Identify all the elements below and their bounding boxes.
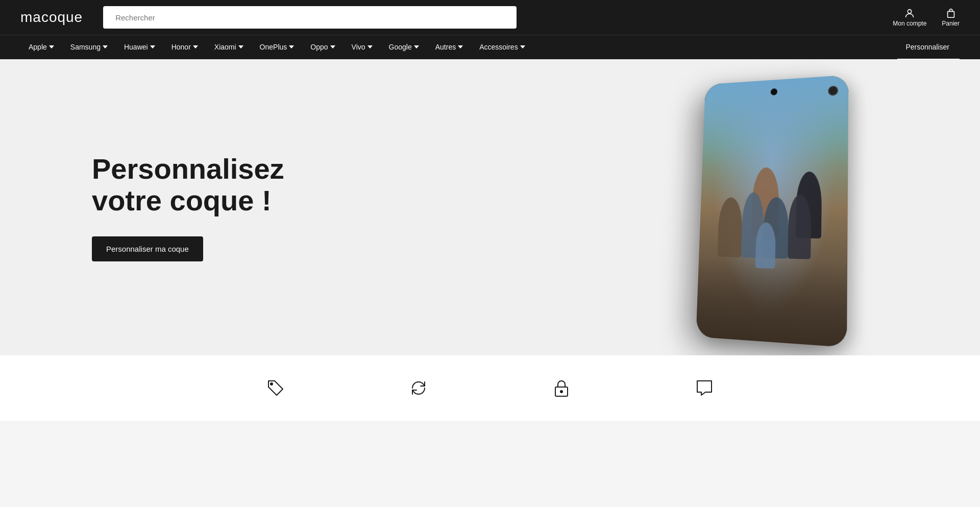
hero-section: Personnalisez votre coque ! Personnalise…: [0, 59, 980, 355]
nav-item-google[interactable]: Google: [381, 35, 427, 60]
svg-point-4: [271, 383, 273, 385]
nav-item-apple[interactable]: Apple: [20, 35, 62, 60]
main-nav: Apple Samsung Huawei Honor Xiaomi OnePlu…: [0, 35, 980, 59]
nav-item-vivo[interactable]: Vivo: [344, 35, 381, 60]
nav-item-accessoires[interactable]: Accessoires: [471, 35, 533, 60]
feature-return: [347, 376, 490, 400]
header-actions: Mon compte Panier: [893, 8, 960, 27]
lock-icon: [549, 376, 574, 400]
feature-security: [490, 376, 633, 400]
search-icon: [103, 6, 115, 29]
cart-button[interactable]: Panier: [942, 8, 960, 27]
nav-personaliser[interactable]: Personnaliser: [897, 35, 960, 60]
nav-item-autres[interactable]: Autres: [427, 35, 471, 60]
account-button[interactable]: Mon compte: [893, 8, 926, 27]
nav-item-huawei[interactable]: Huawei: [116, 35, 163, 60]
account-label: Mon compte: [893, 20, 926, 27]
nav-item-samsung[interactable]: Samsung: [62, 35, 116, 60]
features-bar: [0, 355, 980, 421]
svg-point-2: [908, 10, 912, 13]
feature-price: [204, 376, 347, 400]
nav-item-honor[interactable]: Honor: [163, 35, 206, 60]
refresh-icon: [406, 376, 431, 400]
search-bar: [103, 6, 517, 29]
tag-icon: [263, 376, 288, 400]
hero-phone-image: [694, 75, 888, 340]
chat-icon: [692, 376, 717, 400]
svg-rect-3: [947, 11, 954, 17]
nav-item-oneplus[interactable]: OnePlus: [252, 35, 303, 60]
nav-item-xiaomi[interactable]: Xiaomi: [206, 35, 252, 60]
site-logo[interactable]: macoque: [20, 9, 83, 26]
feature-support: [633, 376, 776, 400]
hero-cta-button[interactable]: Personnaliser ma coque: [92, 236, 203, 261]
hero-content: Personnalisez votre coque ! Personnalise…: [92, 153, 347, 261]
hero-title: Personnalisez votre coque !: [92, 153, 347, 216]
nav-item-oppo[interactable]: Oppo: [302, 35, 343, 60]
search-input[interactable]: [115, 6, 517, 29]
svg-point-6: [560, 391, 562, 393]
cart-label: Panier: [942, 20, 960, 27]
